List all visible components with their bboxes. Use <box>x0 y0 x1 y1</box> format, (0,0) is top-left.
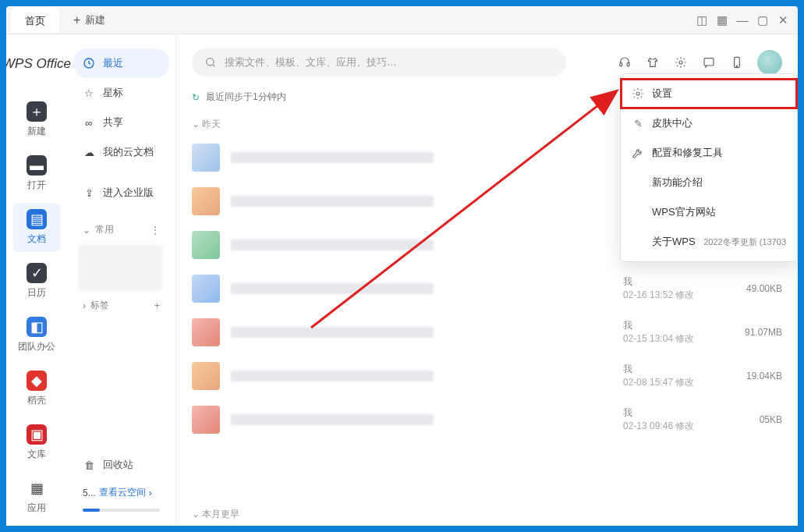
dropdown-whatsnew-label: 新功能介绍 <box>652 176 703 190</box>
file-title <box>231 327 434 338</box>
sidebar-quota-bar <box>83 509 160 512</box>
sidebar-recycle-label: 回收站 <box>103 458 133 472</box>
sync-text: 最近同步于1分钟内 <box>206 90 286 104</box>
sidebar-enterprise-label: 进入企业版 <box>103 186 154 200</box>
rail-library-label: 文库 <box>27 448 46 461</box>
window-close-icon[interactable]: ✕ <box>773 10 793 30</box>
search-icon <box>204 56 217 69</box>
rail-calendar[interactable]: ✓ 日历 <box>13 257 60 306</box>
file-size: 05KB <box>728 414 782 425</box>
gear-icon <box>632 87 644 100</box>
brush-icon: ✎ <box>632 117 644 129</box>
sidebar-star[interactable]: ☆ 星标 <box>73 78 169 108</box>
sidebar: 最近 ☆ 星标 ∞ 共享 ☁ 我的云文档 ⇪ 进入企业版 ⌄ 常用 <box>67 34 176 526</box>
search-placeholder: 搜索文件、模板、文库、应用、技巧… <box>225 55 397 69</box>
rail-open[interactable]: ▬ 打开 <box>13 149 60 198</box>
titlebar: 首页 + 新建 ◫ ▦ — ▢ ✕ <box>6 6 798 34</box>
dropdown-whatsnew[interactable]: 新功能介绍 <box>621 168 797 197</box>
file-thumb <box>192 144 220 172</box>
cloud-icon: ☁ <box>83 146 95 158</box>
window-minimize-icon[interactable]: — <box>732 10 753 30</box>
tab-new[interactable]: + 新建 <box>59 7 119 34</box>
plus-icon[interactable]: + <box>154 300 160 311</box>
rail-apps[interactable]: ▦ 应用 <box>13 472 60 521</box>
sidebar-recent-label: 最近 <box>103 56 123 70</box>
phone-icon[interactable] <box>729 55 745 70</box>
dropdown-settings[interactable]: 设置 <box>621 79 797 108</box>
left-rail: WPS Office ＋ 新建 ▬ 打开 ▤ 文档 ✓ 日历 ◧ 团队办公 <box>6 34 67 526</box>
file-size: 19.04KB <box>728 371 782 381</box>
sidebar-quota[interactable]: 5... 查看云空间 › <box>73 480 169 505</box>
wrench-icon <box>632 147 644 159</box>
sidebar-quota-link[interactable]: 查看云空间 <box>99 486 146 499</box>
chevron-down-icon: ⌄ <box>192 509 200 520</box>
sidebar-enterprise[interactable]: ⇪ 进入企业版 <box>73 178 169 207</box>
rail-docer-label: 稻壳 <box>27 394 46 407</box>
trash-icon: 🗑 <box>83 459 95 471</box>
shirt-icon[interactable] <box>645 55 661 70</box>
sidebar-cloud[interactable]: ☁ 我的云文档 <box>73 137 169 167</box>
sidebar-tags-label: 标签 <box>90 299 109 312</box>
sidebar-recycle[interactable]: 🗑 回收站 <box>73 450 169 480</box>
svg-rect-2 <box>620 63 622 66</box>
chevron-down-icon: ⌄ <box>192 119 200 129</box>
dropdown-about[interactable]: 关于WPS 2022冬季更新 (13703 <box>621 227 797 257</box>
calendar-icon: ✓ <box>27 263 47 283</box>
window-apps-icon[interactable]: ▦ <box>712 10 732 30</box>
sidebar-recent[interactable]: 最近 <box>73 48 169 78</box>
sidebar-share[interactable]: ∞ 共享 <box>73 108 169 137</box>
window-maximize-icon[interactable]: ▢ <box>753 10 773 30</box>
section-month[interactable]: ⌄ 本月更早 <box>176 500 798 526</box>
svg-point-4 <box>679 61 682 64</box>
file-thumb <box>192 362 220 390</box>
dropdown-site[interactable]: WPS官方网站 <box>621 197 797 227</box>
svg-point-1 <box>207 59 214 66</box>
file-title <box>231 239 434 250</box>
chevron-right-icon: › <box>149 488 152 498</box>
search-input[interactable]: 搜索文件、模板、文库、应用、技巧… <box>192 48 566 76</box>
document-icon: ▤ <box>27 209 47 229</box>
file-row[interactable]: 我02-13 09:46 修改05KB <box>176 398 798 442</box>
file-row[interactable]: 我02-15 13:04 修改91.07MB <box>176 310 798 354</box>
share-icon: ∞ <box>83 116 95 129</box>
dropdown-config[interactable]: 配置和修复工具 <box>621 138 797 168</box>
rail-team-label: 团队办公 <box>18 340 55 353</box>
sidebar-tags[interactable]: › 标签 + <box>73 294 169 317</box>
tab-home[interactable]: 首页 <box>11 8 59 33</box>
sync-icon: ↻ <box>192 92 200 103</box>
file-thumb <box>192 231 220 259</box>
file-thumb <box>192 318 220 346</box>
rail-open-label: 打开 <box>27 179 46 192</box>
folder-icon: ▬ <box>27 155 47 176</box>
sidebar-common-card[interactable] <box>78 244 162 291</box>
rail-docer[interactable]: ◆ 稻壳 <box>13 364 60 413</box>
rail-new[interactable]: ＋ 新建 <box>13 95 60 144</box>
headset-icon[interactable] <box>617 55 632 70</box>
dropdown-skin[interactable]: ✎ 皮肤中心 <box>621 108 797 138</box>
file-thumb <box>192 187 220 215</box>
gear-icon[interactable] <box>673 55 689 70</box>
svg-rect-3 <box>627 63 629 66</box>
rail-docs[interactable]: ▤ 文档 <box>13 203 60 252</box>
file-size: 91.07MB <box>728 327 782 338</box>
chevron-right-icon: › <box>83 300 86 311</box>
file-title <box>231 371 434 381</box>
rail-team[interactable]: ◧ 团队办公 <box>13 310 60 360</box>
file-row[interactable]: 我02-16 13:52 修改49.00KB <box>176 267 798 310</box>
message-icon[interactable] <box>701 55 717 70</box>
file-row[interactable]: 我02-08 15:47 修改19.04KB <box>176 354 798 398</box>
avatar[interactable] <box>757 50 782 75</box>
file-title <box>231 152 434 163</box>
dropdown-config-label: 配置和修复工具 <box>652 146 723 160</box>
sidebar-common-header[interactable]: ⌄ 常用 ⋮ <box>73 218 169 241</box>
file-meta: 我02-13 09:46 修改 <box>623 406 717 433</box>
rail-library[interactable]: ▣ 文库 <box>13 418 60 467</box>
file-thumb <box>192 275 220 303</box>
file-meta: 我02-08 15:47 修改 <box>623 363 717 389</box>
sidebar-star-label: 星标 <box>103 86 123 100</box>
rail-calendar-label: 日历 <box>27 286 46 300</box>
file-size: 49.00KB <box>728 283 782 294</box>
apps-icon: ▦ <box>27 478 47 498</box>
svg-rect-5 <box>704 59 714 66</box>
window-layout-icon[interactable]: ◫ <box>692 10 712 30</box>
